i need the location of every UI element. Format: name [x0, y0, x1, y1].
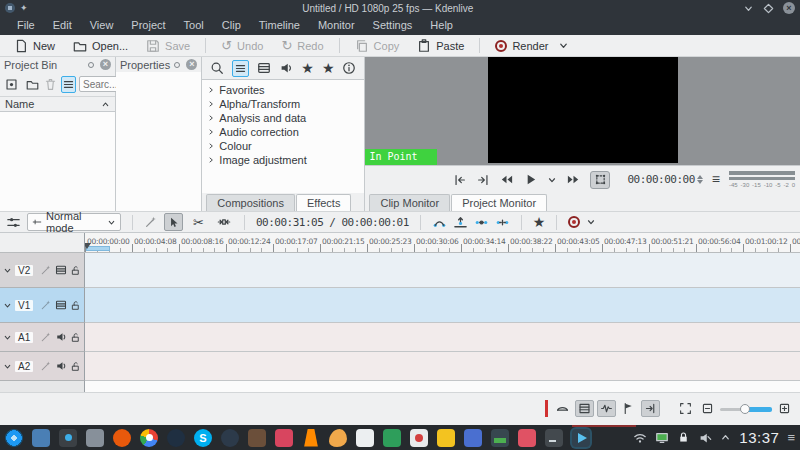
lock-tray-icon[interactable] [677, 431, 690, 444]
display-tray-icon[interactable] [655, 431, 669, 445]
delete-clip-button[interactable] [43, 76, 58, 93]
expand-chevron-icon[interactable] [207, 156, 215, 164]
effect-category-row[interactable]: Favorites [202, 83, 364, 97]
set-zone-out-icon[interactable] [476, 173, 490, 187]
save-button[interactable]: Save [138, 37, 198, 55]
system-monitor-icon[interactable] [491, 429, 509, 447]
marker-comments-toggle[interactable] [619, 400, 638, 417]
track-collapse-chevron-icon[interactable] [3, 333, 12, 342]
document-blocked-icon[interactable] [410, 429, 428, 447]
kdenlive-task-icon[interactable] [572, 429, 590, 447]
track-header[interactable]: V2 [0, 253, 85, 288]
app-launcher-icon[interactable] [5, 429, 23, 447]
list-view-toggle[interactable] [61, 76, 76, 93]
zone-mode-toggle[interactable] [590, 171, 610, 189]
track-lock-icon[interactable] [70, 332, 81, 343]
gimp-icon[interactable] [248, 429, 266, 447]
track-lane[interactable] [85, 323, 800, 352]
tray-expand-caret-icon[interactable] [720, 432, 731, 443]
monitor-menu-icon[interactable]: ≡ [712, 173, 720, 186]
track-name[interactable]: V2 [15, 265, 33, 276]
info-icon[interactable] [342, 61, 356, 75]
razor-tool-button[interactable]: ✂ [189, 213, 208, 231]
zoom-in-button[interactable] [775, 400, 794, 417]
volume-muted-icon[interactable] [698, 431, 712, 445]
text-editor-icon[interactable] [356, 429, 374, 447]
skype-icon[interactable]: S [194, 429, 212, 447]
minimize-button[interactable] [743, 3, 754, 14]
edit-tool-icon[interactable] [144, 215, 158, 229]
create-folder-button[interactable] [25, 76, 40, 93]
bin-clip-list[interactable] [0, 112, 115, 211]
bin-column-header[interactable]: Name [0, 96, 115, 112]
render-options-chevron-icon[interactable] [586, 217, 596, 227]
menu-item[interactable]: Settings [364, 16, 422, 35]
mute-monitor-toggle[interactable] [553, 400, 572, 417]
effect-category-row[interactable]: Analysis and data [202, 111, 364, 125]
set-zone-in-icon[interactable] [453, 173, 467, 187]
video-thumbnails-toggle[interactable] [575, 400, 594, 417]
show-all-effects-button[interactable] [232, 60, 249, 77]
audio-thumbnails-toggle[interactable] [597, 400, 616, 417]
vlc-icon[interactable] [302, 429, 320, 447]
video-track-icon[interactable] [55, 264, 67, 276]
render-button-small[interactable] [568, 216, 580, 228]
track-lane[interactable] [85, 352, 800, 381]
render-button[interactable]: Render [487, 38, 556, 54]
track-collapse-chevron-icon[interactable] [3, 301, 12, 310]
menu-item[interactable]: File [8, 16, 44, 35]
timecode-spinner[interactable] [697, 175, 703, 184]
track-lock-icon[interactable] [70, 361, 81, 372]
archive-manager-icon[interactable] [86, 429, 104, 447]
track-header[interactable]: V1 [0, 288, 85, 323]
audio-track-icon[interactable] [55, 360, 67, 372]
mixer-app-icon[interactable] [518, 429, 536, 447]
effect-category-row[interactable]: Image adjustment [202, 153, 364, 167]
wifi-icon[interactable] [633, 431, 647, 445]
expand-chevron-icon[interactable] [207, 114, 215, 122]
chrome-icon[interactable] [140, 429, 158, 447]
fast-forward-icon[interactable] [566, 172, 581, 187]
panel-tab[interactable]: Compositions [206, 194, 295, 211]
spacer-tool-button[interactable] [214, 213, 233, 231]
track-lane[interactable] [85, 288, 800, 323]
expand-chevron-icon[interactable] [207, 128, 215, 136]
menu-item[interactable]: Project [122, 16, 174, 35]
timeline-zoom-slider[interactable] [720, 403, 772, 415]
custom-effects-icon[interactable]: ★ [301, 62, 314, 75]
bin-search-input[interactable] [79, 76, 121, 92]
selection-tool-button[interactable] [164, 213, 183, 231]
redo-button[interactable]: ↻ Redo [273, 37, 331, 54]
kettle-app-icon[interactable] [437, 429, 455, 447]
open-button[interactable]: Open... [65, 37, 136, 55]
menu-item[interactable]: Timeline [250, 16, 309, 35]
lift-zone-icon[interactable] [495, 215, 510, 230]
steam-icon[interactable] [167, 429, 185, 447]
favorite-effects-button[interactable]: ★ [533, 216, 546, 229]
favorite-effects-icon[interactable]: ★ [322, 62, 335, 75]
float-panel-icon[interactable] [174, 62, 180, 68]
edit-mode-select[interactable]: Normal mode [27, 213, 121, 231]
rewind-icon[interactable] [499, 172, 514, 187]
track-lane[interactable] [85, 253, 800, 288]
menu-item[interactable]: Monitor [309, 16, 364, 35]
track-name[interactable]: A1 [15, 332, 33, 343]
track-settings-icon[interactable] [6, 215, 21, 230]
maximize-button[interactable] [763, 3, 774, 14]
copy-button[interactable]: Copy [347, 37, 408, 55]
expand-chevron-icon[interactable] [207, 86, 215, 94]
track-collapse-chevron-icon[interactable] [3, 362, 12, 371]
menu-item[interactable]: View [81, 16, 123, 35]
audio-track-icon[interactable] [55, 331, 67, 343]
track-effects-icon[interactable] [40, 331, 52, 343]
audio-app-icon[interactable] [464, 429, 482, 447]
zoom-slider-handle[interactable] [740, 404, 750, 414]
firefox-icon[interactable] [113, 429, 131, 447]
close-button[interactable]: × [783, 2, 795, 14]
video-effects-icon[interactable] [257, 61, 271, 75]
snap-toggle[interactable] [641, 400, 660, 417]
track-lock-icon[interactable] [70, 265, 81, 276]
display-settings-icon[interactable] [59, 429, 77, 447]
monitor-timecode[interactable]: 00:00:00:00 [627, 173, 694, 186]
taskbar-menu-icon[interactable]: ≡ [787, 430, 795, 445]
